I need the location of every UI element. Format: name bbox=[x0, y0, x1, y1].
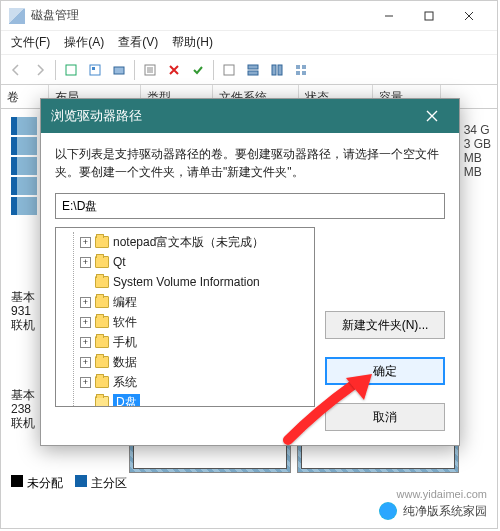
svg-rect-8 bbox=[248, 71, 258, 75]
svg-rect-11 bbox=[296, 65, 300, 69]
dialog-body: 以下列表是支持驱动器路径的卷。要创建驱动器路径，请选择一个空文件夹。要创建一个文… bbox=[41, 133, 459, 445]
watermark-icon bbox=[379, 502, 397, 520]
svg-rect-9 bbox=[272, 65, 276, 75]
expand-icon[interactable]: + bbox=[80, 237, 91, 248]
svg-rect-4 bbox=[114, 67, 124, 74]
partition-bar[interactable] bbox=[11, 117, 37, 135]
watermark: 纯净版系统家园 bbox=[379, 502, 487, 520]
capacity-readout: 34 G 3 GB MB MB bbox=[464, 123, 491, 179]
tree-node[interactable]: +编程 bbox=[74, 292, 308, 312]
minimize-button[interactable] bbox=[369, 2, 409, 30]
back-button[interactable] bbox=[5, 59, 27, 81]
dialog-button-column: 新建文件夹(N)... 确定 取消 bbox=[325, 227, 445, 431]
folder-open-icon bbox=[95, 396, 109, 407]
cancel-button[interactable]: 取消 bbox=[325, 403, 445, 431]
tool-view2-icon[interactable] bbox=[266, 59, 288, 81]
svg-rect-0 bbox=[425, 12, 433, 20]
close-button[interactable] bbox=[449, 2, 489, 30]
tool-view1-icon[interactable] bbox=[242, 59, 264, 81]
tree-node[interactable]: +软件 bbox=[74, 312, 308, 332]
tool-disk-icon[interactable] bbox=[108, 59, 130, 81]
new-folder-button[interactable]: 新建文件夹(N)... bbox=[325, 311, 445, 339]
tool-refresh-icon[interactable] bbox=[60, 59, 82, 81]
disk-block-1[interactable]: 基本 238 联机 bbox=[11, 388, 35, 430]
partition-bars bbox=[11, 117, 37, 217]
separator bbox=[134, 60, 135, 80]
expand-icon[interactable]: + bbox=[80, 297, 91, 308]
menu-file[interactable]: 文件(F) bbox=[11, 34, 50, 51]
svg-rect-7 bbox=[248, 65, 258, 69]
folder-icon bbox=[95, 356, 109, 368]
svg-rect-14 bbox=[302, 71, 306, 75]
watermark-text: 纯净版系统家园 bbox=[403, 503, 487, 520]
window-title: 磁盘管理 bbox=[31, 7, 369, 24]
dialog-instruction: 以下列表是支持驱动器路径的卷。要创建驱动器路径，请选择一个空文件夹。要创建一个文… bbox=[55, 145, 445, 181]
svg-rect-6 bbox=[224, 65, 234, 75]
partition-bar[interactable] bbox=[11, 177, 37, 195]
folder-icon bbox=[95, 376, 109, 388]
app-icon bbox=[9, 8, 25, 24]
expand-icon[interactable]: + bbox=[80, 337, 91, 348]
folder-icon bbox=[95, 336, 109, 348]
tree-node[interactable]: +手机 bbox=[74, 332, 308, 352]
menubar: 文件(F) 操作(A) 查看(V) 帮助(H) bbox=[1, 31, 497, 55]
delete-icon[interactable] bbox=[163, 59, 185, 81]
ok-button[interactable]: 确定 bbox=[325, 357, 445, 385]
partition-bar[interactable] bbox=[11, 137, 37, 155]
expand-icon[interactable]: + bbox=[80, 357, 91, 368]
svg-rect-12 bbox=[302, 65, 306, 69]
svg-rect-1 bbox=[66, 65, 76, 75]
browse-drive-path-dialog: 浏览驱动器路径 以下列表是支持驱动器路径的卷。要创建驱动器路径，请选择一个空文件… bbox=[40, 98, 460, 446]
svg-rect-10 bbox=[278, 65, 282, 75]
checkmark-icon[interactable] bbox=[187, 59, 209, 81]
toolbar bbox=[1, 55, 497, 85]
tool-settings-icon[interactable] bbox=[139, 59, 161, 81]
legend: 未分配 主分区 bbox=[11, 475, 127, 492]
tree-node[interactable]: +数据 bbox=[74, 352, 308, 372]
tool-grid-icon[interactable] bbox=[290, 59, 312, 81]
dialog-title: 浏览驱动器路径 bbox=[51, 107, 415, 125]
dialog-titlebar: 浏览驱动器路径 bbox=[41, 99, 459, 133]
svg-rect-3 bbox=[92, 67, 95, 70]
partition-bar[interactable] bbox=[11, 157, 37, 175]
tree-node[interactable]: +Qt bbox=[74, 252, 308, 272]
folder-tree[interactable]: +notepad富文本版（未完成） +Qt System Volume Info… bbox=[55, 227, 315, 407]
disk-block-0[interactable]: 基本 931 联机 bbox=[11, 290, 35, 332]
legend-primary: 主分区 bbox=[75, 475, 127, 492]
svg-rect-13 bbox=[296, 71, 300, 75]
disk-panel: 基本 931 联机 基本 238 联机 bbox=[11, 290, 35, 438]
watermark-url: www.yidaimei.com bbox=[397, 488, 487, 500]
titlebar: 磁盘管理 bbox=[1, 1, 497, 31]
expand-icon[interactable]: + bbox=[80, 257, 91, 268]
maximize-button[interactable] bbox=[409, 2, 449, 30]
menu-help[interactable]: 帮助(H) bbox=[172, 34, 213, 51]
folder-icon bbox=[95, 296, 109, 308]
forward-button[interactable] bbox=[29, 59, 51, 81]
folder-icon bbox=[95, 276, 109, 288]
tree-node[interactable]: +notepad富文本版（未完成） bbox=[74, 232, 308, 252]
tree-node-selected[interactable]: D盘 bbox=[74, 392, 308, 407]
folder-icon bbox=[95, 236, 109, 248]
partition-bar[interactable] bbox=[11, 197, 37, 215]
tree-node[interactable]: +系统 bbox=[74, 372, 308, 392]
folder-icon bbox=[95, 256, 109, 268]
tool-list-icon[interactable] bbox=[218, 59, 240, 81]
dialog-close-button[interactable] bbox=[415, 99, 449, 133]
menu-view[interactable]: 查看(V) bbox=[118, 34, 158, 51]
menu-action[interactable]: 操作(A) bbox=[64, 34, 104, 51]
legend-unallocated: 未分配 bbox=[11, 475, 63, 492]
expand-icon[interactable]: + bbox=[80, 377, 91, 388]
path-input[interactable] bbox=[55, 193, 445, 219]
tree-node[interactable]: System Volume Information bbox=[74, 272, 308, 292]
tool-properties-icon[interactable] bbox=[84, 59, 106, 81]
folder-icon bbox=[95, 316, 109, 328]
separator bbox=[55, 60, 56, 80]
expand-icon[interactable]: + bbox=[80, 317, 91, 328]
separator bbox=[213, 60, 214, 80]
